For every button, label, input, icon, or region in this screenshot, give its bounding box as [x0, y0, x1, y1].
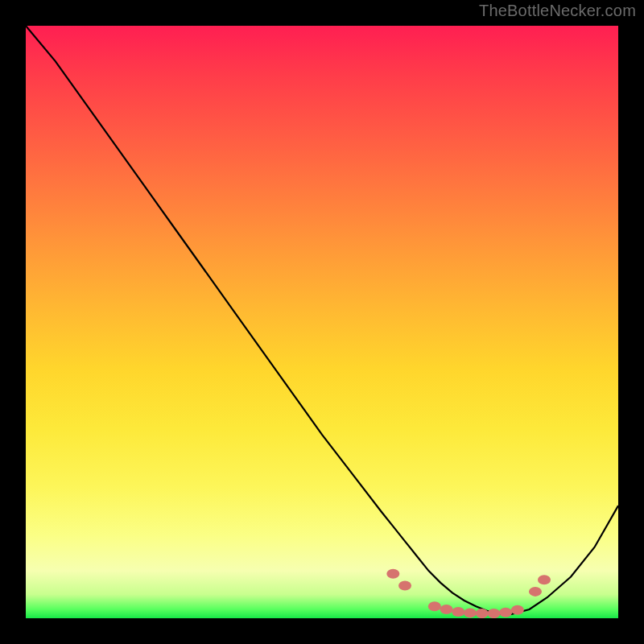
optimal-marker: [440, 605, 453, 614]
plot-area: [26, 26, 618, 618]
optimal-marker: [452, 607, 464, 617]
optimal-marker: [529, 587, 542, 597]
chart-outer: TheBottleNecker.com: [0, 0, 644, 644]
bottleneck-curve: [26, 26, 618, 614]
curve-svg: [26, 26, 618, 618]
optimal-marker: [464, 608, 477, 617]
optimal-marker: [499, 608, 512, 617]
curve-line: [26, 26, 618, 614]
optimal-marker: [511, 605, 524, 615]
optimal-marker: [428, 601, 441, 611]
optimal-marker: [476, 609, 489, 618]
optimal-marker: [398, 581, 411, 591]
optimal-marker: [487, 609, 500, 618]
watermark-text: TheBottleNecker.com: [479, 2, 636, 20]
optimal-marker: [538, 575, 551, 584]
optimal-marker: [386, 569, 399, 579]
